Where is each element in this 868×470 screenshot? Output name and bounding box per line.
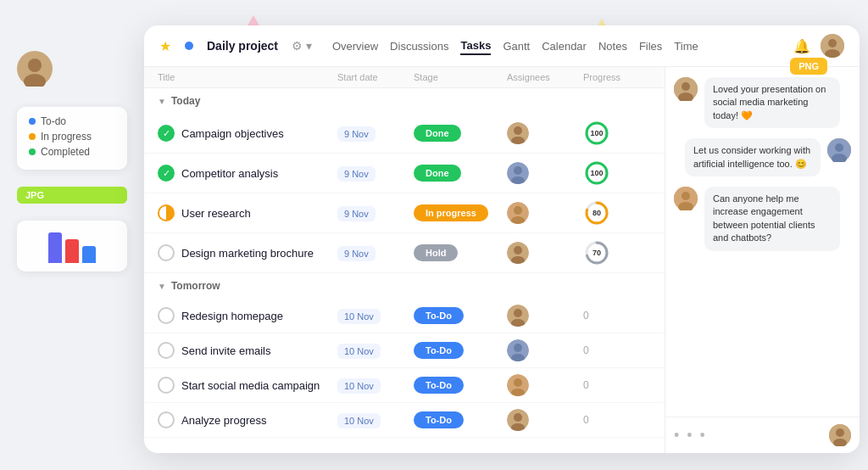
task-title-1: ✓ Campaign objectives — [158, 125, 337, 142]
checkbox-2[interactable]: ✓ — [158, 165, 175, 182]
task-title-4: Design marketing brochure — [158, 244, 337, 261]
jpg-sticker-wrapper: JPG — [17, 187, 127, 204]
task-assignees-2 — [507, 162, 583, 184]
legend-completed: Completed — [29, 146, 115, 158]
task-row[interactable]: Redesign homepage 10 Nov To-Do 0 — [144, 299, 665, 333]
svg-point-22 — [514, 246, 522, 255]
task-title-8: Analyze progress — [158, 411, 337, 428]
svg-point-1 — [28, 59, 42, 72]
task-row[interactable]: Design marketing brochure 9 Nov Hold 70 — [144, 233, 665, 273]
svg-point-42 — [835, 143, 843, 152]
task-assignees-3 — [507, 202, 583, 224]
tab-gantt[interactable]: Gantt — [503, 38, 530, 54]
task-date-1: 9 Nov — [337, 126, 414, 141]
task-row[interactable]: Send invite emails 10 Nov To-Do 0 — [144, 333, 665, 368]
bar-blue — [82, 246, 96, 263]
tab-calendar[interactable]: Calendar — [542, 38, 587, 54]
task-date-8: 10 Nov — [337, 412, 414, 428]
task-stage-8: To-Do — [414, 411, 507, 428]
task-progress-2: 100 — [583, 159, 651, 187]
progress-circle-2: 100 — [583, 159, 610, 187]
tab-files[interactable]: Files — [639, 38, 662, 54]
jpg-sticker: JPG — [17, 187, 127, 204]
legend-box: To-do In progress Completed — [17, 107, 127, 170]
settings-icon[interactable]: ⚙ ▾ — [292, 39, 312, 53]
chat-avatar-2 — [827, 138, 851, 162]
nav-tabs: Overview Discussions Tasks Gantt Calenda… — [332, 37, 698, 55]
chat-input-avatar[interactable] — [829, 424, 851, 446]
svg-point-45 — [682, 192, 690, 200]
progress-circle-3: 80 — [583, 199, 610, 227]
task-name-4: Design marketing brochure — [181, 247, 314, 260]
col-progress: Progress — [583, 72, 651, 82]
task-progress-3: 80 — [583, 199, 651, 227]
tab-tasks[interactable]: Tasks — [460, 37, 491, 55]
task-date-6: 10 Nov — [337, 343, 414, 358]
content-area: Title Start date Stage Assignees Progres… — [144, 67, 860, 453]
chat-messages: Loved your presentation on social media … — [665, 67, 860, 417]
svg-point-33 — [514, 378, 522, 387]
col-stage: Stage — [414, 72, 507, 82]
task-name-8: Analyze progress — [181, 414, 266, 427]
main-window: ★ Daily project ⚙ ▾ Overview Discussions… — [144, 25, 860, 453]
task-row[interactable]: User research 9 Nov In progress 80 — [144, 193, 665, 233]
task-title-5: Redesign homepage — [158, 307, 337, 324]
task-progress-1: 100 — [583, 120, 651, 147]
task-row[interactable]: Analyze progress 10 Nov To-Do 0 — [144, 403, 665, 438]
tab-notes[interactable]: Notes — [598, 38, 627, 54]
task-name-6: Send invite emails — [181, 344, 271, 357]
col-title: Title — [158, 72, 337, 82]
task-stage-1: Done — [414, 125, 507, 142]
task-name-7: Start social media campaign — [181, 379, 320, 392]
task-assignees-7 — [507, 374, 583, 396]
task-name-1: Campaign objectives — [181, 127, 284, 140]
checkbox-4[interactable] — [158, 244, 175, 261]
task-row[interactable]: ✓ Competitor analysis 9 Nov Done 100 — [144, 154, 665, 193]
task-date-7: 10 Nov — [337, 378, 414, 393]
task-name-2: Competitor analysis — [181, 167, 278, 180]
chat-typing-dots: • • • — [674, 427, 824, 445]
user-avatar[interactable] — [17, 51, 127, 90]
task-row[interactable]: Start social media campaign 10 Nov To-Do… — [144, 368, 665, 403]
svg-point-17 — [514, 206, 522, 215]
legend-inprogress: In progress — [29, 131, 115, 143]
star-icon[interactable]: ★ — [159, 38, 171, 54]
svg-point-27 — [514, 309, 522, 317]
task-title-3: User research — [158, 204, 337, 221]
task-progress-5: 0 — [583, 310, 651, 322]
task-date-5: 10 Nov — [337, 308, 414, 323]
svg-point-4 — [828, 39, 837, 48]
checkbox-6[interactable] — [158, 342, 175, 359]
chat-panel: Loved your presentation on social media … — [665, 67, 860, 453]
task-assignees-5 — [507, 305, 583, 327]
task-date-3: 9 Nov — [337, 205, 414, 221]
progress-circle-4: 70 — [583, 239, 610, 266]
task-stage-4: Hold — [414, 244, 507, 261]
tab-discussions[interactable]: Discussions — [390, 38, 448, 54]
section-tomorrow-label: Tomorrow — [171, 280, 220, 292]
task-row[interactable]: ✓ Campaign objectives 9 Nov Done 100 — [144, 114, 665, 154]
png-sticker-wrapper: PNG — [790, 58, 827, 75]
tab-time[interactable]: Time — [674, 38, 698, 54]
legend-inprogress-dot — [29, 133, 36, 140]
checkbox-7[interactable] — [158, 377, 175, 394]
task-stage-3: In progress — [414, 204, 507, 221]
tab-overview[interactable]: Overview — [332, 38, 378, 54]
checkbox-8[interactable] — [158, 411, 175, 428]
task-title-6: Send invite emails — [158, 342, 337, 359]
section-tomorrow[interactable]: ▼ Tomorrow — [144, 273, 665, 299]
chat-message-1: Loved your presentation on social media … — [674, 77, 851, 128]
svg-point-39 — [682, 82, 690, 91]
bar-purple — [48, 232, 62, 263]
checkbox-5[interactable] — [158, 307, 175, 324]
section-today[interactable]: ▼ Today — [144, 88, 665, 114]
user-avatar-header[interactable] — [821, 34, 844, 58]
chat-avatar-1 — [674, 77, 698, 101]
task-stage-5: To-Do — [414, 307, 507, 324]
checkbox-1[interactable]: ✓ — [158, 125, 175, 142]
progress-circle-1: 100 — [583, 120, 610, 147]
chat-bubble-3: Can anyone help me increase engagement b… — [704, 187, 840, 251]
bell-icon[interactable]: 🔔 — [793, 38, 810, 54]
task-assignees-6 — [507, 339, 583, 361]
checkbox-3[interactable] — [158, 204, 175, 221]
